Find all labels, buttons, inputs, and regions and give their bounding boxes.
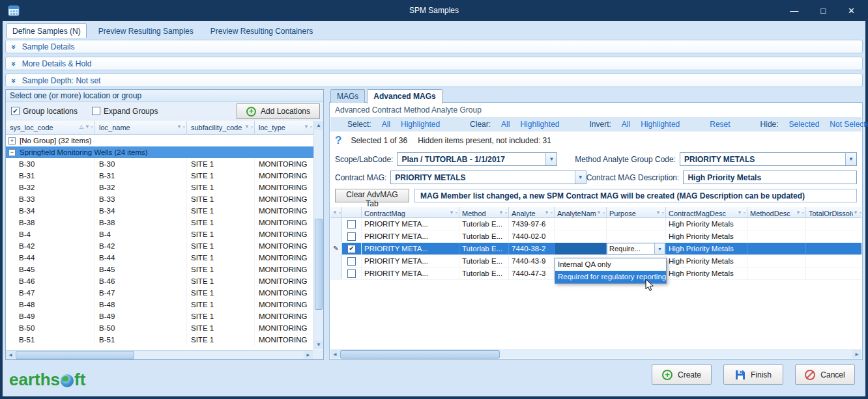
cell-loc-type[interactable]: MONITORING — [255, 240, 314, 252]
cell-totalordissolved[interactable] — [806, 268, 861, 279]
create-button[interactable]: + Create — [652, 365, 712, 385]
expand-icon[interactable]: + — [8, 137, 16, 144]
location-group-row[interactable]: −Springfield Monitoring Wells (24 items) — [6, 146, 314, 158]
scroll-down-icon[interactable]: ▼ — [314, 340, 323, 350]
cell-subfacility-code[interactable]: SITE 1 — [187, 193, 255, 205]
pin-icon[interactable]: ▫ — [662, 210, 664, 216]
cell-loc-type[interactable]: MONITORING — [255, 205, 314, 217]
cell-totalordissolved[interactable] — [806, 255, 861, 267]
cell-subfacility-code[interactable]: SITE 1 — [187, 322, 255, 334]
clear-highlighted-link[interactable]: Highlighted — [520, 120, 559, 129]
filter-icon[interactable]: ▼ — [244, 124, 250, 130]
cell-loc-type[interactable]: MONITORING — [255, 228, 314, 240]
cancel-button[interactable]: Cancel — [795, 365, 855, 385]
pin-icon[interactable]: ▫ — [744, 210, 745, 216]
cell-totalordissolved[interactable] — [806, 218, 861, 230]
cell-sys-loc-code[interactable]: B-45 — [6, 264, 95, 275]
cell-loc-name[interactable]: B-42 — [95, 240, 187, 252]
cell-contractmag[interactable]: PRIORITY META... — [362, 243, 459, 255]
row-select-checkbox[interactable]: ✔ — [347, 245, 356, 253]
cell-contractmagdesc[interactable]: High Priority Metals — [666, 268, 747, 279]
hide-selected-link[interactable]: Selected — [789, 120, 820, 129]
cell-loc-type[interactable]: MONITORING — [255, 264, 314, 275]
cell-analyte[interactable]: 7440-02-0 — [509, 230, 555, 242]
cell-subfacility-code[interactable]: SITE 1 — [187, 299, 255, 310]
cell-loc-type[interactable]: MONITORING — [255, 334, 314, 346]
cell-sys-loc-code[interactable]: B-48 — [6, 299, 95, 310]
cell-methoddesc[interactable] — [747, 255, 806, 267]
location-row[interactable]: B-46B-46SITE 1MONITORING — [6, 275, 314, 287]
column-header-loc-type[interactable]: loc_type ▼▫ — [255, 121, 314, 135]
cell-sys-loc-code[interactable]: B-4 — [6, 228, 95, 240]
minimize-button[interactable]: — — [790, 6, 798, 16]
cell-sys-loc-code[interactable]: B-47 — [6, 287, 95, 299]
cell-analyte[interactable]: 7440-43-9 — [509, 255, 555, 267]
pin-icon[interactable]: ▫ — [456, 210, 457, 216]
cell-subfacility-code[interactable]: SITE 1 — [187, 334, 255, 346]
maximize-button[interactable]: □ — [820, 6, 826, 16]
cell-loc-name[interactable]: B-32 — [95, 182, 187, 193]
cell-subfacility-code[interactable]: SITE 1 — [187, 170, 255, 182]
cell-loc-name[interactable]: B-33 — [95, 193, 187, 205]
cell-contractmag[interactable]: PRIORITY META... — [362, 255, 459, 267]
cell-analyte[interactable]: 7440-47-3 — [509, 268, 555, 279]
cell-loc-type[interactable]: MONITORING — [255, 158, 314, 170]
section-more-details-hold[interactable]: » More Details & Hold — [5, 57, 863, 70]
cell-subfacility-code[interactable]: SITE 1 — [187, 287, 255, 299]
location-row[interactable]: B-47B-47SITE 1MONITORING — [6, 287, 314, 299]
reset-link[interactable]: Reset — [710, 120, 730, 129]
cell-subfacility-code[interactable]: SITE 1 — [187, 228, 255, 240]
cell-methoddesc[interactable] — [747, 268, 806, 279]
group-locations-checkbox[interactable]: ✔ — [11, 107, 20, 115]
scroll-right-icon[interactable]: ► — [852, 350, 861, 359]
row-select-checkbox[interactable] — [347, 257, 356, 266]
contract-mag-combo[interactable]: PRIORITY METALS ▼ — [390, 171, 586, 184]
cell-methoddesc[interactable] — [747, 230, 806, 242]
cell-loc-name[interactable]: B-50 — [95, 322, 187, 334]
cell-loc-type[interactable]: MONITORING — [255, 193, 314, 205]
cell-purpose[interactable] — [607, 218, 666, 230]
mag-grid-row[interactable]: PRIORITY META...Tutorlab E...7439-97-6Hi… — [330, 218, 861, 230]
location-row[interactable]: B-31B-31SITE 1MONITORING — [6, 170, 314, 182]
cell-loc-type[interactable]: MONITORING — [255, 170, 314, 182]
cell-loc-type[interactable]: MONITORING — [255, 322, 314, 334]
row-select-checkbox[interactable] — [347, 269, 356, 278]
filter-icon[interactable]: ▼ — [544, 210, 549, 216]
tab-preview-resulting-containers[interactable]: Preview Resulting Containers — [205, 24, 318, 38]
cell-loc-name[interactable]: B-44 — [95, 252, 187, 264]
cell-totalordissolved[interactable] — [806, 230, 861, 242]
cell-loc-type[interactable]: MONITORING — [255, 287, 314, 299]
cell-loc-type[interactable]: MONITORING — [255, 310, 314, 322]
combo-dropdown-button[interactable]: ▼ — [654, 243, 665, 254]
location-row[interactable]: B-42B-42SITE 1MONITORING — [6, 240, 314, 252]
cell-method[interactable]: Tutorlab E... — [459, 230, 509, 242]
column-header-sys-loc-code[interactable]: sys_loc_code △▼▫ — [6, 121, 95, 135]
pin-icon[interactable]: ▫ — [505, 210, 507, 216]
locations-horizontal-scrollbar[interactable]: ◄ ► — [6, 350, 313, 359]
cell-sys-loc-code[interactable]: B-38 — [6, 217, 95, 228]
column-header-subfacility-code[interactable]: subfacility_code ▼▫ — [187, 121, 255, 135]
location-row[interactable]: B-44B-44SITE 1MONITORING — [6, 252, 314, 264]
filter-icon[interactable]: ▼ — [177, 124, 182, 130]
column-header-contractmagdesc[interactable]: ContractMagDesc▼▫ — [666, 207, 747, 218]
cell-loc-name[interactable]: B-47 — [95, 287, 187, 299]
location-row[interactable]: B-45B-45SITE 1MONITORING — [6, 264, 314, 275]
cell-loc-name[interactable]: B-34 — [95, 205, 187, 217]
collapse-icon[interactable]: − — [8, 149, 16, 156]
mag-grid-horizontal-scrollbar[interactable]: ◄ ► — [330, 350, 861, 359]
tab-advanced-mags[interactable]: Advanced MAGs — [367, 89, 442, 103]
invert-all-link[interactable]: All — [622, 120, 630, 129]
pin-icon[interactable]: ▫ — [802, 210, 804, 216]
cell-analytename[interactable] — [555, 230, 607, 242]
cell-method[interactable]: Tutorlab E... — [459, 218, 509, 230]
cell-methoddesc[interactable] — [747, 243, 806, 255]
cell-loc-name[interactable]: B-38 — [95, 217, 187, 228]
tab-mags[interactable]: MAGs — [330, 89, 365, 103]
cell-subfacility-code[interactable]: SITE 1 — [187, 158, 255, 170]
cell-sys-loc-code[interactable]: B-33 — [6, 193, 95, 205]
cell-loc-type[interactable]: MONITORING — [255, 182, 314, 193]
purpose-dropdown-option[interactable]: Internal QA only — [555, 258, 666, 271]
section-sample-depth[interactable]: » Sample Depth: Not set — [5, 74, 863, 87]
cell-contractmag[interactable]: PRIORITY META... — [362, 218, 459, 230]
row-select-checkbox[interactable] — [347, 220, 356, 228]
